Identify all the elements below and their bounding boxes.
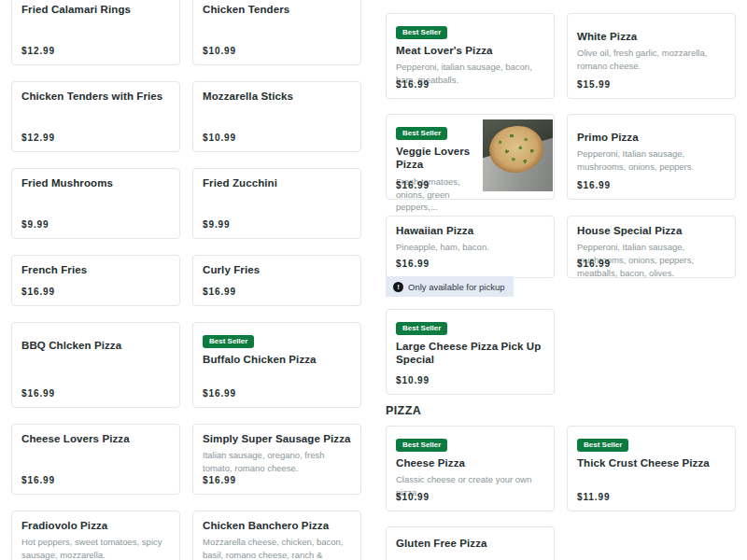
menu-row: Cheese Lovers Pizza $16.99 Simply Super …	[11, 424, 362, 495]
menu-item-white-pizza[interactable]: White Pizza Olive oil, fresh garlic, moz…	[567, 13, 736, 99]
best-seller-badge: Best Seller	[396, 322, 447, 335]
best-seller-badge: Best Seller	[396, 127, 447, 140]
item-title: Fried Calamari Rings	[21, 3, 170, 16]
menu-row: Chicken Tenders with Fries $12.99 Mozzar…	[11, 81, 362, 152]
item-title: Chicken Tenders with Fries	[21, 90, 170, 103]
item-price: $16.99	[203, 475, 236, 485]
item-price: $10.99	[396, 492, 430, 502]
item-title: Large Cheese Pizza Pick Up Special	[396, 340, 544, 367]
item-price: $10.99	[396, 375, 430, 385]
menu-item-buffalo-chicken-pizza[interactable]: Best Seller Buffalo Chicken Pizza $16.99	[192, 322, 361, 408]
menu-item-fradiovolo-pizza[interactable]: Fradiovolo Pizza Hot peppers, sweet toma…	[11, 511, 180, 560]
section-header-pizza: PIZZA	[386, 404, 737, 417]
menu-item-fried-calamari-rings[interactable]: Fried Calamari Rings $12.99	[11, 0, 180, 65]
item-title: Meat Lover's Pizza	[396, 44, 544, 57]
item-description: Pineapple, ham, bacon.	[396, 241, 544, 254]
menu-item-thick-crust-cheese-pizza[interactable]: Best Seller Thick Crust Cheese Pizza $11…	[567, 426, 736, 511]
item-title: Cheese Pizza	[396, 456, 544, 469]
pizza-photo	[483, 119, 553, 191]
menu-item-simply-super-sausage-pizza[interactable]: Simply Super Sausage Pizza Italian sausa…	[192, 424, 361, 495]
item-title: Mozzarella Sticks	[203, 90, 351, 103]
menu-item-chicken-tenders[interactable]: Chicken Tenders $10.99	[192, 0, 361, 65]
pickup-only-notice-text: Only available for pickup	[408, 282, 505, 292]
item-price: $16.99	[577, 259, 611, 269]
item-price: $16.99	[396, 79, 430, 90]
best-seller-badge: Best Seller	[396, 26, 447, 39]
item-title: Simply Super Sausage Pizza	[203, 432, 351, 445]
item-description: Mozzarella cheese, chicken, bacon, basil…	[203, 536, 351, 560]
item-price: $15.99	[577, 79, 611, 90]
menu-item-large-cheese-pizza-pick-up-special[interactable]: Best Seller Large Cheese Pizza Pick Up S…	[386, 309, 555, 395]
menu-item-cheese-pizza[interactable]: Best Seller Cheese Pizza Classic cheese …	[386, 426, 555, 511]
menu-row: Best Seller Veggie Lovers Pizza Fresh to…	[386, 114, 737, 200]
best-seller-badge: Best Seller	[396, 439, 447, 452]
best-seller-badge: Best Seller	[577, 439, 628, 452]
menu-item-french-fries[interactable]: French Fries $16.99	[11, 255, 180, 306]
menu-item-veggie-lovers-pizza[interactable]: Best Seller Veggie Lovers Pizza Fresh to…	[386, 114, 555, 200]
menu-grid-right: Best Seller Meat Lover's Pizza Pepperoni…	[386, 13, 737, 560]
item-price: $10.99	[203, 133, 236, 143]
item-price: $16.99	[396, 180, 430, 190]
menu-item-primo-pizza[interactable]: Primo Pizza Pepperoni, Italian sausage, …	[567, 114, 736, 200]
menu-row: French Fries $16.99 Curly Fries $16.99	[11, 255, 362, 306]
menu-row: Best Seller Large Cheese Pizza Pick Up S…	[386, 309, 737, 395]
item-title: Fradiovolo Pizza	[21, 519, 170, 532]
item-price: $12.99	[21, 46, 55, 56]
menu-row: BBQ Chlcken Pizza $16.99 Best Seller Buf…	[11, 322, 362, 408]
item-title: Fried Zucchini	[203, 176, 351, 189]
item-price: $11.99	[577, 492, 610, 502]
pickup-only-notice: ! Only available for pickup	[386, 276, 514, 297]
item-price: $12.99	[21, 133, 55, 143]
item-title: Gluten Free Pizza	[396, 537, 544, 550]
item-price: $16.99	[21, 475, 55, 485]
item-price: $10.99	[203, 46, 236, 56]
menu-page: Fried Calamari Rings $12.99 Chicken Tend…	[0, 0, 747, 560]
menu-item-fried-mushrooms[interactable]: Fried Mushrooms $9.99	[11, 168, 180, 239]
item-description: Hot peppers, sweet tomatoes, spicy sausa…	[21, 536, 170, 560]
item-price: $16.99	[21, 388, 55, 399]
item-price: $9.99	[203, 219, 231, 230]
menu-row: Hawaiian Pizza Pineapple, ham, bacon. $1…	[386, 216, 737, 278]
item-price: $16.99	[203, 287, 236, 297]
menu-item-chicken-tenders-with-fries[interactable]: Chicken Tenders with Fries $12.99	[11, 81, 180, 152]
menu-item-house-special-pizza[interactable]: House Special Pizza Pepperoni, Italian s…	[567, 216, 736, 278]
item-price: $9.99	[21, 219, 49, 230]
item-description: Italian sausage, oregano, fresh tomato, …	[203, 449, 351, 475]
menu-row: Best Seller Cheese Pizza Classic cheese …	[386, 426, 737, 511]
menu-item-meat-lovers-pizza[interactable]: Best Seller Meat Lover's Pizza Pepperoni…	[386, 13, 555, 99]
item-title: White Pizza	[577, 30, 726, 43]
menu-item-chicken-banchero-pizza[interactable]: Chicken Banchero Pizza Mozzarella cheese…	[192, 511, 361, 560]
menu-row: Gluten Free Pizza	[386, 526, 737, 560]
item-title: Buffalo Chicken Pizza	[203, 353, 351, 366]
item-description: Olive oil, fresh garlic, mozzarella, rom…	[577, 47, 726, 73]
menu-row: Fried Mushrooms $9.99 Fried Zucchini $9.…	[11, 168, 362, 239]
item-price: $16.99	[577, 180, 611, 190]
item-title: Cheese Lovers Pizza	[21, 432, 170, 445]
menu-row: Fried Calamari Rings $12.99 Chicken Tend…	[11, 0, 362, 65]
item-title: Fried Mushrooms	[21, 176, 170, 189]
item-title: Chicken Tenders	[203, 3, 351, 16]
menu-item-gluten-free-pizza[interactable]: Gluten Free Pizza	[386, 526, 555, 560]
best-seller-badge: Best Seller	[203, 335, 254, 348]
item-title: Chicken Banchero Pizza	[203, 519, 351, 532]
menu-row: Best Seller Meat Lover's Pizza Pepperoni…	[386, 13, 737, 99]
item-title: Curly Fries	[203, 263, 351, 276]
menu-item-fried-zucchini[interactable]: Fried Zucchini $9.99	[192, 168, 361, 239]
item-title: Thick Crust Cheese Pizza	[577, 456, 726, 469]
menu-item-bbq-chicken-pizza[interactable]: BBQ Chlcken Pizza $16.99	[11, 322, 180, 408]
menu-item-mozzarella-sticks[interactable]: Mozzarella Sticks $10.99	[192, 81, 361, 152]
item-title: Primo Pizza	[577, 131, 726, 144]
menu-row: Fradiovolo Pizza Hot peppers, sweet toma…	[11, 511, 362, 560]
item-title: French Fries	[21, 263, 170, 276]
item-price: $16.99	[21, 287, 55, 297]
menu-item-hawaiian-pizza[interactable]: Hawaiian Pizza Pineapple, ham, bacon. $1…	[386, 216, 555, 278]
item-price: $16.99	[396, 259, 430, 269]
item-title: House Special Pizza	[577, 224, 726, 237]
menu-item-cheese-lovers-pizza[interactable]: Cheese Lovers Pizza $16.99	[11, 424, 180, 495]
item-title: Veggie Lovers Pizza	[396, 145, 486, 172]
menu-item-curly-fries[interactable]: Curly Fries $16.99	[192, 255, 361, 306]
item-title: Hawaiian Pizza	[396, 224, 544, 237]
item-description: Pepperoni, Italian sausage, mushrooms, o…	[577, 147, 726, 174]
item-price: $16.99	[203, 388, 236, 399]
menu-grid-left: Fried Calamari Rings $12.99 Chicken Tend…	[11, 0, 362, 560]
